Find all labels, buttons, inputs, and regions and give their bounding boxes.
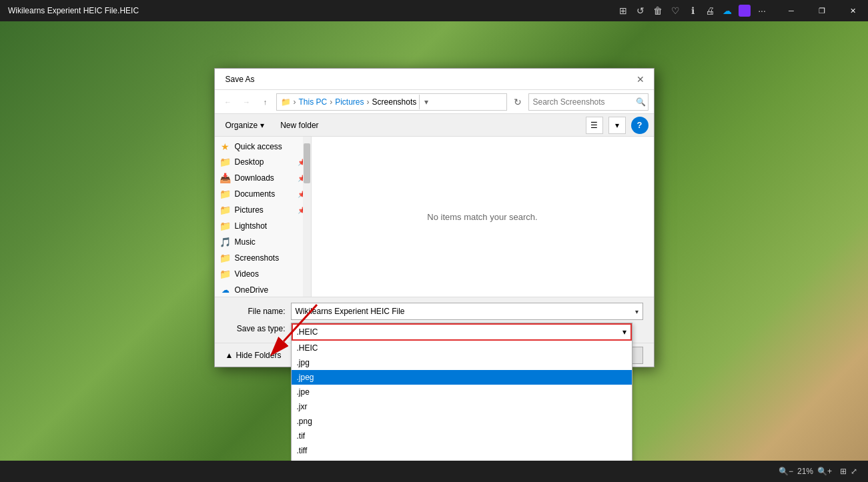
breadcrumb-bar[interactable]: 📁 › This PC › Pictures › Screenshots ▾ [276, 93, 507, 111]
zoom-controls: 🔍− 21% 🔍+ ⊞ ⤢ [779, 467, 857, 476]
videos-label: Videos [235, 269, 259, 279]
quick-access-label: Quick access [235, 142, 282, 151]
maximize-button[interactable]: ❐ [807, 0, 837, 21]
view-button[interactable]: ☰ [586, 117, 603, 134]
delete-icon[interactable]: 🗑 [652, 5, 664, 17]
dialog-close-button[interactable]: ✕ [632, 71, 648, 87]
save-as-dialog: Save As ✕ ← → ↑ 📁 › This PC › Pictures ›… [214, 68, 655, 367]
history-icon[interactable]: ↺ [634, 5, 646, 17]
sidebar-item-music[interactable]: 🎵 Music [215, 234, 311, 250]
savetype-option-jpe[interactable]: .jpe [292, 385, 632, 399]
up-button[interactable]: ↑ [258, 94, 274, 110]
print-icon[interactable]: 🖨 [704, 5, 716, 17]
search-icon: 🔍 [636, 97, 646, 107]
info-icon[interactable]: ℹ [687, 5, 699, 17]
dialog-fields: File name: Wikilearns Experient HEIC Fil… [215, 297, 654, 343]
search-box[interactable]: 🔍 [528, 93, 648, 111]
documents-label: Documents [235, 189, 276, 199]
zoom-level: 21% [797, 467, 813, 476]
sidebar-item-desktop[interactable]: 📁 Desktop 📌 [215, 154, 311, 170]
minimize-button[interactable]: ─ [776, 0, 807, 21]
savetype-current-value: .HEIC [297, 327, 318, 337]
breadcrumb-screenshots: Screenshots [372, 97, 417, 107]
filename-dropdown-arrow: ▾ [635, 308, 638, 315]
savetype-label: Save as type: [226, 324, 286, 333]
savetype-option-jpeg[interactable]: .jpeg [292, 370, 632, 385]
hide-folders-button[interactable]: ▲ Hide Folders [226, 351, 282, 360]
sidebar-item-screenshots[interactable]: 📁 Screenshots [215, 250, 311, 266]
close-button[interactable]: ✕ [837, 0, 868, 21]
cloud-icon[interactable]: ☁ [721, 5, 733, 17]
hide-folders-label: Hide Folders [236, 351, 281, 360]
desktop-folder-icon: 📁 [220, 157, 231, 167]
lightshot-folder-icon: 📁 [220, 221, 231, 231]
capture-icon[interactable]: ⊞ [617, 5, 629, 17]
breadcrumb-this-pc[interactable]: This PC [299, 97, 328, 107]
documents-folder-icon: 📁 [220, 189, 231, 199]
organize-button[interactable]: Organize ▾ [220, 117, 270, 134]
address-bar: ← → ↑ 📁 › This PC › Pictures › Screensho… [215, 90, 654, 114]
savetype-option-tiff[interactable]: .tiff [292, 443, 632, 458]
desktop-label: Desktop [235, 157, 264, 167]
dialog-toolbar: Organize ▾ New folder ☰ ▾ ? [215, 114, 654, 137]
toolbar-icons: ⊞ ↺ 🗑 ♡ ℹ 🖨 ☁ ··· [609, 5, 776, 17]
onedrive-icon: ☁ [220, 285, 231, 295]
sidebar-item-lightshot[interactable]: 📁 Lightshot [215, 218, 311, 234]
savetype-arrow-icon: ▾ [622, 327, 626, 337]
savetype-option-tif[interactable]: .tif [292, 429, 632, 443]
fit-button[interactable]: ⊞ [840, 467, 847, 476]
sidebar-item-quick-access[interactable]: ★ Quick access [215, 137, 311, 154]
sidebar-item-videos[interactable]: 📁 Videos [215, 266, 311, 282]
hide-folders-arrow-icon: ▲ [226, 351, 234, 360]
organize-label: Organize [226, 121, 258, 130]
forward-button[interactable]: → [239, 94, 255, 110]
back-button[interactable]: ← [220, 94, 236, 110]
filename-value: Wikilearns Experient HEIC File [296, 307, 405, 316]
dialog-titlebar: Save As ✕ [215, 69, 654, 90]
lightshot-label: Lightshot [235, 221, 268, 231]
sidebar-item-pictures[interactable]: 📁 Pictures 📌 [215, 202, 311, 218]
breadcrumb-dropdown[interactable]: ▾ [419, 95, 432, 109]
breadcrumb-pictures[interactable]: Pictures [335, 97, 364, 107]
filename-input[interactable]: Wikilearns Experient HEIC File ▾ [291, 303, 643, 320]
onedrive-label: OneDrive [235, 285, 269, 295]
star-icon: ★ [220, 141, 231, 152]
more-icon[interactable]: ··· [756, 5, 768, 17]
screenshots-folder-icon: 📁 [220, 253, 231, 263]
folder-icon: 📁 [281, 97, 291, 107]
app-icon[interactable] [739, 5, 751, 17]
new-folder-button[interactable]: New folder [275, 117, 324, 134]
refresh-button[interactable]: ↻ [510, 94, 526, 110]
help-button[interactable]: ? [631, 117, 648, 134]
sidebar-item-onedrive[interactable]: ☁ OneDrive [215, 282, 311, 297]
fullscreen-button[interactable]: ⤢ [851, 467, 857, 476]
downloads-folder-icon: 📥 [220, 173, 231, 183]
favorite-icon[interactable]: ♡ [669, 5, 681, 17]
savetype-row: Save as type: .HEIC ▾ .HEIC .jpg [226, 324, 643, 333]
filename-label: File name: [226, 307, 286, 316]
savetype-header[interactable]: .HEIC ▾ [292, 323, 632, 341]
pictures-folder-icon: 📁 [220, 205, 231, 215]
sidebar-scrollbar[interactable] [303, 137, 311, 297]
dialog-body: ★ Quick access 📁 Desktop 📌 📥 Downloads 📌 [215, 137, 654, 297]
savetype-option-jxr[interactable]: .jxr [292, 399, 632, 414]
savetype-option-heic[interactable]: .HEIC [292, 341, 632, 355]
zoom-in-button[interactable]: 🔍+ [817, 467, 832, 476]
window-controls: ─ ❐ ✕ [776, 0, 868, 21]
savetype-option-jpg[interactable]: .jpg [292, 355, 632, 370]
zoom-out-button[interactable]: 🔍− [779, 467, 793, 476]
status-bar: 🔍− 21% 🔍+ ⊞ ⤢ [0, 461, 868, 482]
screenshots-label: Screenshots [235, 253, 280, 263]
file-area: No items match your search. [312, 137, 654, 297]
app-titlebar: Wikilearns Experient HEIC File.HEIC ⊞ ↺ … [0, 0, 868, 21]
view-dropdown-button[interactable]: ▾ [608, 117, 626, 134]
sidebar-item-documents[interactable]: 📁 Documents 📌 [215, 186, 311, 202]
sidebar-item-downloads[interactable]: 📥 Downloads 📌 [215, 170, 311, 186]
app-title: Wikilearns Experient HEIC File.HEIC [0, 6, 609, 15]
savetype-dropdown-menu[interactable]: .HEIC ▾ .HEIC .jpg .jpeg .jpe [291, 323, 632, 473]
savetype-option-png[interactable]: .png [292, 414, 632, 429]
music-icon: 🎵 [220, 237, 231, 247]
sidebar-scrollbar-thumb[interactable] [304, 143, 310, 183]
search-input[interactable] [533, 97, 633, 107]
sidebar: ★ Quick access 📁 Desktop 📌 📥 Downloads 📌 [215, 137, 312, 297]
